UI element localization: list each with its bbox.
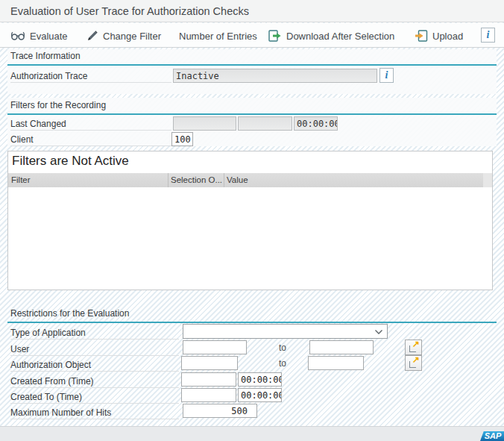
client-field[interactable]: 100: [171, 132, 193, 146]
created-from-date-field[interactable]: [181, 372, 236, 387]
upload-label: Upload: [432, 31, 463, 42]
filter-table: Filters are Not Active Filter Selection …: [7, 151, 493, 290]
table-header-corner: [483, 173, 492, 187]
authorization-trace-field: Inactive: [173, 69, 377, 83]
multiple-selection-icon: ↗: [409, 343, 418, 352]
authorization-object-multiple-selection-button[interactable]: ↗: [405, 355, 422, 371]
sap-logo: SAP: [480, 431, 504, 441]
multiple-selection-icon: ↗: [409, 358, 418, 368]
authorization-object-from-field[interactable]: [181, 356, 238, 370]
number-of-entries-label: Number of Entries: [179, 31, 257, 42]
client-label: Client: [10, 132, 171, 146]
change-filter-button[interactable]: Change Filter: [86, 28, 161, 43]
last-changed-user-field: [238, 116, 292, 131]
sap-gui-screen: Evaluation of User Trace for Authorizati…: [0, 0, 504, 441]
upload-document-icon: [415, 30, 428, 42]
status-bar: [0, 426, 504, 441]
user-label: User: [10, 342, 179, 356]
change-filter-label: Change Filter: [103, 31, 161, 42]
last-changed-date-field: [173, 116, 236, 131]
upload-button[interactable]: Upload: [415, 28, 463, 43]
user-from-field[interactable]: [183, 340, 247, 354]
filters-not-active-title: Filters are Not Active: [12, 154, 129, 169]
download-after-selection-label: Download After Selection: [286, 31, 394, 42]
glasses-icon: [10, 31, 25, 41]
pencil-icon: [86, 30, 98, 42]
filter-table-body: [8, 187, 492, 290]
authorization-object-to-label: to: [279, 358, 286, 369]
trace-information-header: Trace Information: [7, 50, 497, 66]
filters-recording-header: Filters for the Recording: [7, 99, 497, 115]
column-header-selection-option[interactable]: Selection O...: [171, 175, 222, 184]
trace-info-button[interactable]: i: [379, 68, 394, 83]
download-document-icon: [268, 30, 282, 42]
window-titlebar: Evaluation of User Trace for Authorizati…: [0, 0, 504, 22]
evaluate-label: Evaluate: [30, 31, 68, 42]
evaluate-button[interactable]: Evaluate: [10, 28, 68, 43]
created-to-time-field[interactable]: 00:00:00: [238, 388, 282, 402]
authorization-object-to-field[interactable]: [308, 356, 364, 370]
type-of-application-label: Type of Application: [10, 325, 179, 340]
authorization-trace-label: Authorization Trace: [10, 69, 171, 83]
page-title: Evaluation of User Trace for Authorizati…: [10, 5, 249, 17]
application-toolbar: Evaluate Change Filter Number of Entries: [0, 23, 504, 48]
authorization-object-label: Authorization Object: [10, 357, 179, 372]
filter-table-header-row: Filter Selection O... Value: [8, 173, 492, 188]
info-icon: i: [385, 70, 388, 81]
column-header-filter[interactable]: Filter: [11, 175, 31, 184]
download-after-selection-button[interactable]: Download After Selection: [268, 28, 394, 43]
column-separator: [168, 173, 168, 187]
user-multiple-selection-button[interactable]: ↗: [405, 340, 422, 355]
column-separator: [224, 173, 224, 187]
restrictions-header: Restrictions for the Evaluation: [7, 307, 497, 323]
created-from-time-label: Created From (Time): [10, 374, 179, 388]
created-to-date-field[interactable]: [181, 388, 236, 402]
created-from-time-field[interactable]: 00:00:00: [238, 372, 282, 387]
maximum-number-of-hits-field[interactable]: 500: [183, 404, 257, 418]
created-to-time-label: Created To (Time): [10, 390, 179, 404]
chevron-down-icon: [374, 329, 383, 335]
last-changed-time-field: 00:00:00: [294, 116, 338, 131]
info-icon: i: [487, 30, 490, 40]
user-to-field[interactable]: [309, 340, 374, 354]
user-to-label: to: [279, 343, 286, 353]
last-changed-label: Last Changed: [10, 116, 171, 131]
maximum-number-of-hits-label: Maximum Number of Hits: [10, 405, 179, 419]
number-of-entries-button[interactable]: Number of Entries: [179, 28, 257, 43]
column-header-value[interactable]: Value: [227, 175, 248, 184]
toolbar-info-button[interactable]: i: [481, 28, 495, 43]
type-of-application-dropdown[interactable]: [183, 324, 388, 339]
